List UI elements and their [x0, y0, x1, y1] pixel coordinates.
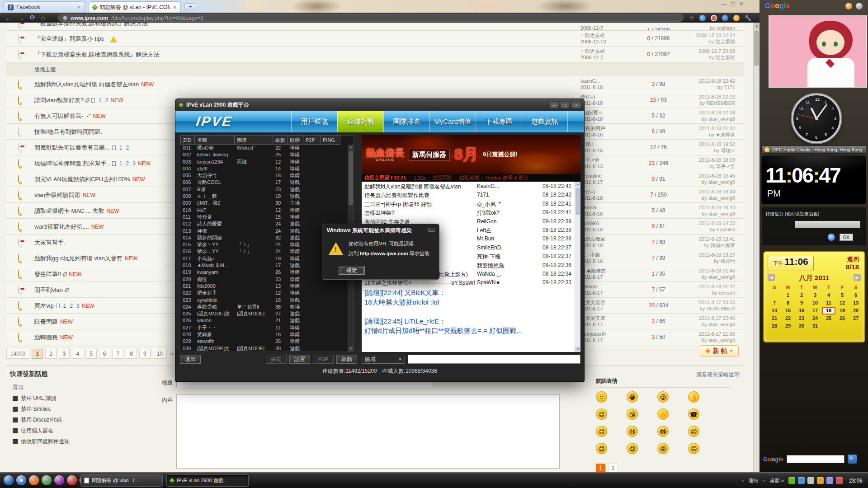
smiley-icon[interactable]: 😊: [596, 426, 607, 437]
tab-close-icon[interactable]: ✕: [77, 5, 81, 10]
player-row[interactable]: 003tonyso1234死城12準備: [180, 159, 354, 165]
gadget-options-button[interactable]: [856, 3, 863, 9]
checkbox[interactable]: [13, 407, 18, 412]
desktop-toolbar-label[interactable]: 桌面 »: [770, 477, 784, 484]
score-ok-button[interactable]: OK: [840, 234, 853, 241]
thread-page-link[interactable]: 2: [126, 145, 129, 151]
scroll-up-arrow[interactable]: ▲: [754, 23, 760, 29]
chat-channel-link[interactable]: 信長之野望 F12.2E: [364, 174, 407, 181]
checkbox[interactable]: [13, 439, 18, 444]
ipve-tab-3[interactable]: 團隊排名: [383, 111, 429, 132]
player-row[interactable]: 023xyoshikix16遊戲: [180, 297, 354, 304]
thread-title[interactable]: 註冊問題: [34, 318, 58, 326]
player-row[interactable]: 010HuT12準備: [180, 207, 354, 214]
thread-title[interactable]: 點轉團長: [34, 333, 58, 342]
thread-title[interactable]: vlan升級經驗問題: [34, 191, 80, 199]
scroll-thumb[interactable]: [754, 30, 759, 66]
smiley-icon[interactable]: 😉: [596, 408, 607, 420]
dialog-minimize-icon[interactable]: [428, 228, 435, 232]
player-row[interactable]: 025[認真MODE]浩[認真MODE]27遊戲: [180, 310, 354, 317]
close-icon[interactable]: ✕: [739, 1, 743, 7]
thread-title[interactable]: 有無人可以解答我-_-": [34, 112, 91, 120]
ipve-tray-icon[interactable]: [788, 477, 795, 484]
chat-username[interactable]: 死神·下樓: [477, 253, 500, 261]
thread-title[interactable]: 技能/物品有到數時間問題.: [34, 128, 102, 136]
ipve-titlebar[interactable]: IPvE vLan 2900 遊戲平台 — ▢ ✕: [175, 99, 584, 111]
chat-channel-link[interactable]: Replay 教學 & 影片: [486, 174, 529, 181]
bookmark-star-icon[interactable]: ☆: [689, 14, 694, 21]
page-link-››[interactable]: ››: [169, 349, 175, 358]
ok-button[interactable]: 確定: [339, 266, 365, 275]
page-link-4[interactable]: 4: [72, 349, 83, 359]
chat-scrollbar[interactable]: ▲ ▼: [575, 182, 580, 352]
thread-title[interactable]: 開不到vlan: [34, 286, 63, 294]
ipve-minimize-icon[interactable]: —: [550, 103, 558, 108]
network-tray-icon[interactable]: [798, 477, 805, 484]
thread-page-link[interactable]: 3: [132, 160, 136, 167]
ipve-button-設置[interactable]: 設置: [289, 355, 310, 364]
calendar-next-arrow[interactable]: ▶: [854, 274, 861, 281]
thread-title[interactable]: 『檢查版本操作失敗,請稍後再試』解決方法: [34, 23, 148, 28]
exit-button[interactable]: 退出: [180, 355, 201, 364]
page-link-10[interactable]: 10: [153, 349, 167, 359]
player-row[interactable]: 008ｋｉ＿麒18遊戲: [180, 193, 354, 200]
smiley-page-2[interactable]: 2: [608, 464, 618, 472]
ipve-tab-2[interactable]: 連線對戰: [337, 111, 383, 132]
thread-title[interactable]: 請問vlan點加好友?: [34, 96, 84, 104]
gadget-add-button[interactable]: +: [845, 3, 852, 9]
checkbox[interactable]: [13, 396, 18, 401]
smiley-icon[interactable]: 🙂: [596, 391, 607, 403]
player-row[interactable]: 024喜歡受精草ㄏ花香‖38客場: [180, 304, 354, 310]
last-post-by[interactable]: by oneson: [712, 290, 735, 296]
page-link-6[interactable]: 6: [99, 349, 110, 359]
firefox-icon[interactable]: [29, 475, 39, 485]
last-post-by[interactable]: by alan_wong8: [702, 179, 735, 185]
thread-title[interactable]: 讀取虛擬網卡 MAC ... 失敗: [34, 207, 104, 215]
player-row[interactable]: 001噯oO豬Wicked`22準備: [180, 145, 354, 151]
ipve-close-icon[interactable]: ✕: [572, 103, 580, 108]
player-row[interactable]: 026waimo21遊戲: [180, 317, 354, 324]
chat-channel-link[interactable]: 1.26a: [413, 175, 426, 181]
smiley-icon[interactable]: 😜: [657, 391, 669, 403]
page-link-5[interactable]: 5: [85, 349, 97, 359]
thread-page-link[interactable]: 1: [63, 303, 66, 309]
search-icon[interactable]: 🔍: [848, 455, 857, 464]
player-row[interactable]: 027小子・・11準備: [180, 324, 354, 331]
tab-ipve-forum[interactable]: 問題解答 @ vLan - IPvE.COM ✕: [89, 1, 181, 13]
weather-bar-gadget[interactable]: 29°C Partly Cloudy - Hong Kong, Hong Kon…: [761, 145, 866, 154]
chat-username[interactable]: 我要憤怒鳥: [477, 262, 504, 270]
tab-close-icon[interactable]: ✕: [173, 5, 177, 10]
last-post-by[interactable]: by ★凍檸茶: [709, 132, 735, 137]
player-row[interactable]: 005大頭仔=]16準備: [180, 172, 354, 179]
last-post-by[interactable]: by alan_wong8: [702, 195, 735, 201]
thread-title[interactable]: 發生咩事!!: [34, 270, 61, 278]
thread-title[interactable]: 閒魔獸點先可以整番有音樂...: [34, 144, 110, 152]
smiley-icon[interactable]: 😘: [627, 408, 638, 420]
skin-icon[interactable]: [733, 15, 740, 21]
smiley-icon[interactable]: 👍: [688, 391, 699, 403]
new-tab-button[interactable]: +: [184, 3, 196, 10]
thread-title[interactable]: 點解我fd入vlan見唔到場 而個名變左vlan: [34, 80, 139, 89]
last-post-by[interactable]: by leishiran: [710, 25, 735, 31]
new-post-button[interactable]: ✚ 新 帖 ▼: [700, 345, 739, 357]
last-post-by[interactable]: by 呀聰☆: [714, 148, 735, 153]
thread-title[interactable]: 『下載更新檔案失敗,請檢查網路系統』解決方法: [34, 51, 160, 59]
smiley-icon[interactable]: 😁: [627, 391, 638, 403]
scroll-thumb[interactable]: [576, 188, 580, 215]
last-post-by[interactable]: by 我係白痴軍: [703, 243, 735, 248]
player-row[interactable]: 007R康23遊戲: [180, 186, 354, 193]
smiley-icon[interactable]: 🤝: [657, 408, 669, 420]
chat-username[interactable]: 打9我ok?: [477, 209, 500, 217]
smiley-icon[interactable]: 😄: [596, 443, 607, 454]
game-ad-banner[interactable]: 熱血信長 ONLINE 新馬伺服器 8月 9日震撼公測!: [362, 135, 580, 174]
thread-page-link[interactable]: 1: [119, 160, 123, 167]
chat-username[interactable]: 7171: [477, 192, 489, 198]
region-dropdown[interactable]: 區域 ▼: [362, 355, 405, 364]
last-post-by[interactable]: by 7171: [717, 84, 735, 90]
google-search-input[interactable]: [787, 455, 844, 463]
ipve-maximize-icon[interactable]: ▢: [561, 103, 569, 108]
score-slider[interactable]: [795, 221, 860, 228]
thread-page-link[interactable]: 2: [126, 160, 129, 167]
back-icon[interactable]: ←: [5, 14, 12, 22]
messenger-tray-icon[interactable]: [836, 477, 843, 484]
